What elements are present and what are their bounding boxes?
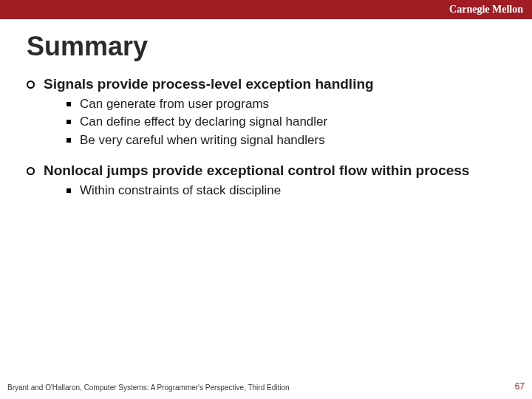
sub-bullet-text: Be very careful when writing signal hand… [80,132,325,149]
slide-title: Summary [27,31,532,62]
circle-bullet-icon [27,167,35,175]
square-bullet-icon [66,120,71,124]
sub-bullet-text: Within constraints of stack discipline [80,183,281,199]
square-bullet-icon [66,188,71,193]
square-bullet-icon [66,102,71,106]
bullet-item: Signals provide process-level exception … [27,75,505,93]
footer: Bryant and O'Hallaron, Computer Systems:… [7,381,525,392]
sub-list: Within constraints of stack discipline [66,183,505,199]
sub-list: Can generate from user programs Can defi… [66,96,505,148]
bullet-text: Signals provide process-level exception … [44,75,374,93]
sub-bullet-text: Can define effect by declaring signal ha… [80,114,327,130]
bullet-item: Nonlocal jumps provide exceptional contr… [27,162,505,180]
header-bar: Carnegie Mellon [0,0,532,19]
square-bullet-icon [66,138,71,143]
sub-bullet-item: Be very careful when writing signal hand… [66,132,505,149]
bullet-text: Nonlocal jumps provide exceptional contr… [44,162,469,180]
circle-bullet-icon [27,81,35,89]
footer-citation: Bryant and O'Hallaron, Computer Systems:… [7,383,290,392]
header-org: Carnegie Mellon [449,4,523,16]
sub-bullet-text: Can generate from user programs [80,96,269,112]
sub-bullet-item: Can generate from user programs [66,96,505,112]
sub-bullet-item: Can define effect by declaring signal ha… [66,114,505,130]
sub-bullet-item: Within constraints of stack discipline [66,183,505,199]
page-number: 67 [515,381,525,392]
slide-content: Signals provide process-level exception … [0,75,532,199]
